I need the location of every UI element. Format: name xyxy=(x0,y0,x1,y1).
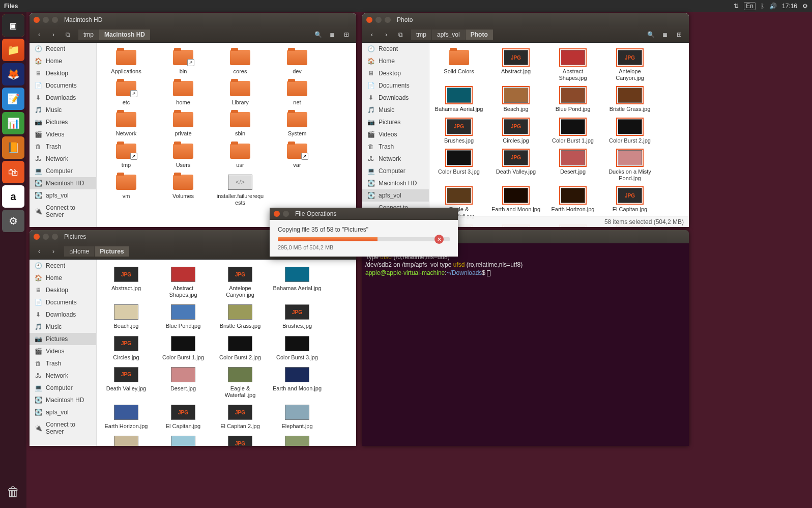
file-item[interactable]: Color Burst 3.jpg xyxy=(273,334,322,361)
file-item[interactable]: Color Burst 1.jpg xyxy=(159,334,208,361)
file-item[interactable]: Color Burst 2.jpg xyxy=(605,117,654,144)
file-item[interactable]: Blue Pond.jpg xyxy=(159,302,208,329)
cancel-button[interactable]: ✕ xyxy=(434,235,444,244)
close-button[interactable] xyxy=(34,17,40,23)
file-item[interactable]: Abstract Shapes.jpg xyxy=(548,48,597,81)
file-item[interactable]: JPGEl Capitan 2.jpg xyxy=(216,403,265,430)
sidebar-item-trash[interactable]: 🗑Trash xyxy=(30,357,96,370)
file-item[interactable]: Abstract Shapes.jpg xyxy=(159,265,208,298)
files-app-icon[interactable]: 📁 xyxy=(2,39,24,61)
breadcrumb-segment[interactable]: Pictures xyxy=(95,246,129,257)
sidebar-item-documents[interactable]: 📄Documents xyxy=(30,79,96,92)
file-item[interactable]: cores xyxy=(216,48,265,75)
file-item[interactable]: Desert.jpg xyxy=(159,365,208,399)
sidebar-item-pictures[interactable]: 📷Pictures xyxy=(30,333,96,345)
file-item[interactable]: Color Burst 3.jpg xyxy=(434,148,483,182)
list-view-icon[interactable]: ≣ xyxy=(659,29,671,40)
file-item[interactable]: JPGEl Capitan.jpg xyxy=(605,186,654,219)
file-item[interactable]: JPGCircles.jpg xyxy=(491,117,540,144)
breadcrumb-segment[interactable]: Photo xyxy=(466,30,493,40)
breadcrumb-segment[interactable]: apfs_vol xyxy=(432,30,465,40)
trash-icon[interactable]: 🗑 xyxy=(2,481,24,503)
sidebar-item-videos[interactable]: 🎬Videos xyxy=(362,128,429,140)
clock[interactable]: 17:16 xyxy=(782,3,797,10)
back-button[interactable]: ‹ xyxy=(34,246,45,257)
breadcrumb-segment[interactable]: tmp xyxy=(78,30,99,40)
minimize-button[interactable] xyxy=(43,234,49,240)
file-item[interactable]: Elephant.jpg xyxy=(273,403,322,430)
file-item[interactable]: Blue Pond.jpg xyxy=(548,86,597,112)
file-item[interactable]: usr xyxy=(216,142,265,168)
volume-icon[interactable]: 🔊 xyxy=(769,3,777,10)
sidebar-item-music[interactable]: 🎵Music xyxy=(362,104,429,116)
file-item[interactable]: Earth Horizon.jpg xyxy=(102,403,151,430)
file-item[interactable]: tmp xyxy=(102,142,151,168)
file-item[interactable]: Beach.jpg xyxy=(102,302,151,329)
file-item[interactable]: JPGAbstract.jpg xyxy=(491,48,540,81)
file-item[interactable]: Earth and Moon.jpg xyxy=(273,365,322,399)
close-button[interactable] xyxy=(274,211,280,217)
sidebar-item-apfs_vol[interactable]: 💽apfs_vol xyxy=(362,189,429,202)
minimize-button[interactable] xyxy=(43,17,49,23)
file-item[interactable]: JPGCircles.jpg xyxy=(102,334,151,361)
language-indicator[interactable]: En xyxy=(744,2,756,10)
writer-icon[interactable]: 📝 xyxy=(2,88,24,110)
file-item[interactable]: Flamingos.jpg xyxy=(102,434,151,446)
sidebar-item-recent[interactable]: 🕘Recent xyxy=(362,43,429,55)
file-item[interactable]: </>installer.failurerequests xyxy=(216,173,265,206)
sidebar-item-recent[interactable]: 🕘Recent xyxy=(30,260,96,272)
calc-icon[interactable]: 📊 xyxy=(2,112,24,134)
forward-button[interactable]: › xyxy=(48,29,59,40)
sidebar-item-macintosh-hd[interactable]: 💽Macintosh HD xyxy=(362,177,429,189)
maximize-button[interactable] xyxy=(385,17,391,23)
file-item[interactable]: etc xyxy=(102,79,151,106)
impress-icon[interactable]: 📙 xyxy=(2,136,24,159)
minimize-button[interactable] xyxy=(283,211,289,217)
sidebar-item-computer[interactable]: 💻Computer xyxy=(362,165,429,177)
back-button[interactable]: ‹ xyxy=(34,29,45,40)
file-item[interactable]: bin xyxy=(159,48,208,75)
system-menu-icon[interactable]: ⚙ xyxy=(802,3,808,10)
sidebar-item-documents[interactable]: 📄Documents xyxy=(362,79,429,92)
sidebar-item-music[interactable]: 🎵Music xyxy=(30,104,96,116)
close-button[interactable] xyxy=(34,234,40,240)
sidebar-item-network[interactable]: 🖧Network xyxy=(30,370,96,382)
network-icon[interactable]: ⇅ xyxy=(734,3,739,10)
file-item[interactable]: Volumes xyxy=(159,173,208,206)
breadcrumb-segment[interactable]: ⌂Home xyxy=(64,246,94,257)
file-item[interactable]: JPGDeath Valley.jpg xyxy=(491,148,540,182)
sidebar-item-downloads[interactable]: ⬇Downloads xyxy=(362,92,429,104)
file-item[interactable]: Eagle & Waterfall.jpg xyxy=(216,365,265,399)
file-item[interactable]: home xyxy=(159,79,208,106)
file-item[interactable]: System xyxy=(273,110,322,137)
file-item[interactable]: sbin xyxy=(216,110,265,137)
file-item[interactable]: Network xyxy=(102,110,151,137)
file-item[interactable]: dev xyxy=(273,48,322,75)
file-item[interactable]: Solid Colors xyxy=(434,48,483,81)
icon-view[interactable]: Solid ColorsJPGAbstract.jpgAbstract Shap… xyxy=(429,43,689,227)
search-icon[interactable]: 🔍 xyxy=(645,29,656,40)
sidebar-item-macintosh-hd[interactable]: 💽Macintosh HD xyxy=(30,394,96,406)
file-item[interactable]: JPGBrushes.jpg xyxy=(273,302,322,329)
settings-icon[interactable]: ⚙ xyxy=(2,210,24,232)
sidebar-item-pictures[interactable]: 📷Pictures xyxy=(30,116,96,128)
file-item[interactable]: Ducks on a Misty Pond.jpg xyxy=(605,148,654,182)
file-item[interactable]: var xyxy=(273,142,322,168)
sidebar-item-trash[interactable]: 🗑Trash xyxy=(362,140,429,153)
forward-button[interactable]: › xyxy=(381,29,392,40)
sidebar-item-documents[interactable]: 📄Documents xyxy=(30,296,96,308)
bluetooth-icon[interactable]: ᛒ xyxy=(761,3,764,10)
sidebar-item-computer[interactable]: 💻Computer xyxy=(30,165,96,177)
sidebar-item-desktop[interactable]: 🖥Desktop xyxy=(362,67,429,79)
sidebar-item-desktop[interactable]: 🖥Desktop xyxy=(30,67,96,79)
file-item[interactable]: Earth and Moon.jpg xyxy=(491,186,540,219)
minimize-button[interactable] xyxy=(375,17,382,23)
file-item[interactable]: JPGAntelope Canyon.jpg xyxy=(216,265,265,298)
file-item[interactable]: Bristle Grass.jpg xyxy=(605,86,654,112)
file-item[interactable]: net xyxy=(273,79,322,106)
file-item[interactable]: Color Burst 2.jpg xyxy=(216,334,265,361)
breadcrumb-segment[interactable]: tmp xyxy=(411,30,431,40)
firefox-icon[interactable]: 🦊 xyxy=(2,63,24,86)
sidebar-item-apfs_vol[interactable]: 💽apfs_vol xyxy=(30,406,96,418)
grid-view-icon[interactable]: ⊞ xyxy=(674,29,685,40)
